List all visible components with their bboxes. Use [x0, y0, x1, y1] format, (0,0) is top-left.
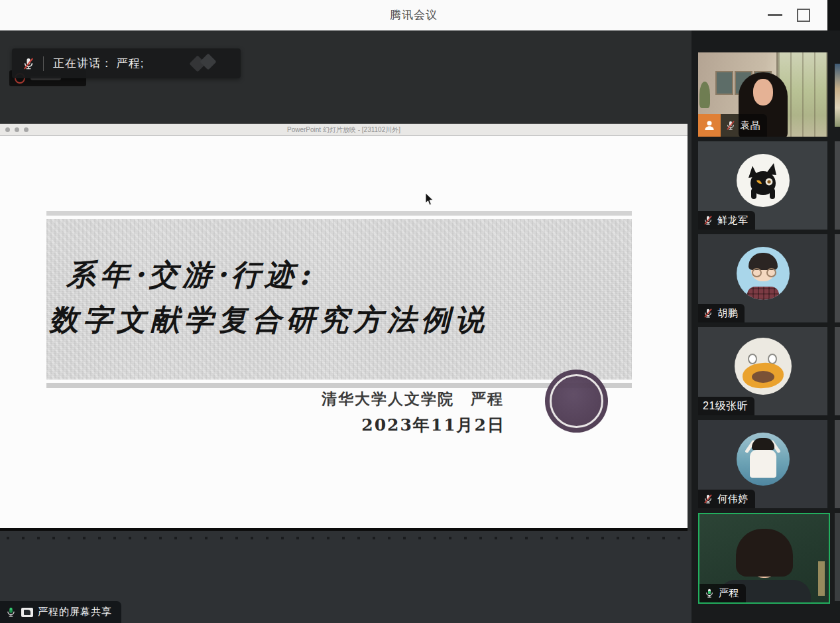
participant-tile[interactable]: 鲜龙军	[698, 141, 827, 230]
name-tag: 何伟婷	[698, 490, 755, 508]
participant-name: 何伟婷	[717, 493, 749, 506]
slide-canvas: 系年·交游·行迹: 数字文献学复合研究方法例说 清华大学人文学院 严程 2023…	[0, 136, 688, 531]
speaking-text: 正在讲话： 严程;	[53, 56, 144, 71]
mic-muted-icon	[22, 57, 35, 70]
clipped-tile-sliver	[835, 141, 840, 230]
avatar	[735, 338, 792, 395]
ppt-window-title: PowerPoint 幻灯片放映 - [231102川外]	[0, 124, 688, 135]
powerpoint-window: PowerPoint 幻灯片放映 - [231102川外] 系年·交游·行迹: …	[0, 123, 688, 531]
participant-name: 严程	[719, 587, 739, 600]
name-tag: 严程	[699, 584, 746, 602]
avatar	[737, 433, 790, 486]
mic-active-icon	[704, 588, 715, 598]
clipped-tile-sliver	[835, 234, 840, 322]
clipped-video-sliver	[835, 64, 840, 127]
screen-share-label: 严程的屏幕共享	[38, 606, 112, 618]
clipped-tile-sliver	[835, 420, 840, 508]
mic-muted-icon	[725, 120, 736, 131]
participant-name: 袁晶	[740, 119, 760, 132]
window-titlebar: 腾讯会议	[0, 0, 827, 31]
banner-edge-bottom	[46, 383, 632, 388]
participant-tile[interactable]: 袁晶	[698, 52, 827, 137]
meeting-watermark-icon	[189, 54, 223, 73]
slide-title-line1: 系年·交游·行迹:	[66, 255, 314, 295]
participants-panel: 袁晶	[691, 31, 840, 623]
clipped-tile-sliver	[835, 513, 840, 601]
tencent-meeting-window: 腾讯会议 正在讲话： 严程;	[0, 0, 840, 623]
maximize-icon[interactable]	[797, 9, 810, 22]
participant-tile[interactable]: 何伟婷	[698, 420, 827, 508]
shared-screen-stage: 正在讲话： 严程; PowerPoint 幻灯片放映 - [231102川外] …	[0, 31, 691, 623]
slide-title-line2: 数字文献学复合研究方法例说	[49, 301, 489, 340]
mic-muted-icon	[703, 494, 713, 504]
banner-edge-top	[46, 211, 632, 216]
screen-share-banner: 严程的屏幕共享	[0, 601, 121, 623]
name-tag: 袁晶	[721, 114, 767, 137]
title-banner	[46, 219, 632, 380]
screen-share-icon	[21, 608, 33, 617]
participant-name: 21级张昕	[703, 399, 748, 413]
minimize-icon[interactable]	[768, 14, 782, 16]
clipped-tile-sliver	[835, 327, 840, 415]
mic-muted-icon	[703, 215, 713, 226]
participant-name: 胡鹏	[717, 307, 738, 320]
name-seal-icon	[545, 370, 608, 433]
avatar	[737, 247, 790, 300]
titlebar-corner	[827, 0, 840, 31]
participant-tile[interactable]: 21级张昕	[698, 327, 827, 415]
mic-active-icon	[5, 606, 17, 618]
slide-author: 清华大学人文学院 严程	[285, 389, 504, 409]
name-tag: 鲜龙军	[698, 211, 755, 230]
ppt-titlebar: PowerPoint 幻灯片放映 - [231102川外]	[0, 123, 688, 136]
name-tag: 21级张昕	[698, 397, 754, 415]
mic-muted-icon	[703, 308, 713, 318]
mouse-cursor-icon	[425, 193, 434, 206]
dotted-texture	[7, 537, 683, 539]
slide-date: 2023年11月2日	[285, 414, 505, 436]
speaking-names: 严程;	[117, 57, 145, 70]
avatar	[737, 154, 790, 207]
host-badge-icon	[698, 114, 721, 137]
divider	[43, 56, 44, 71]
speaking-prefix: 正在讲话：	[53, 57, 113, 70]
participant-tile-active-speaker[interactable]: 严程	[698, 513, 830, 604]
participant-tile[interactable]: 胡鹏	[698, 234, 827, 322]
name-tag: 胡鹏	[698, 304, 745, 322]
speaking-indicator: 正在讲话： 严程;	[12, 48, 241, 78]
participant-name: 鲜龙军	[717, 214, 749, 227]
app-title: 腾讯会议	[0, 0, 827, 30]
